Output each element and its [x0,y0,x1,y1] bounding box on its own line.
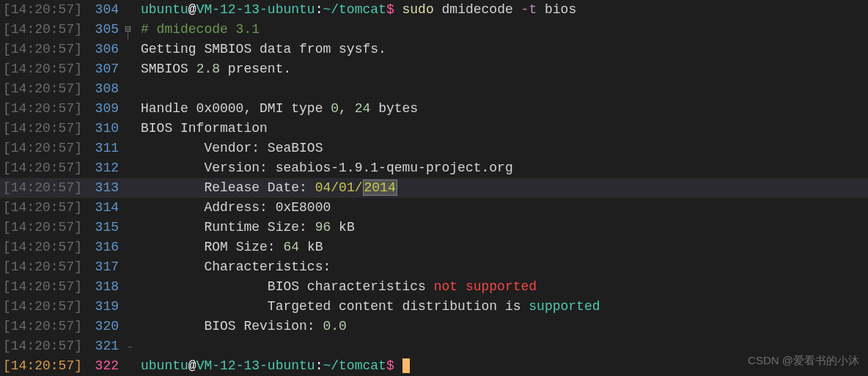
watermark-text: CSDN @爱看书的小沐 [748,350,859,370]
code-line[interactable]: [14:20:57] 319 Targeted content distribu… [0,297,868,317]
code-line[interactable]: [14:20:57] 309 Handle 0x0000, DMI type 0… [0,99,868,119]
line-content: Characteristics: [138,257,868,277]
timestamp: [14:20:57] [0,218,84,237]
timestamp: [14:20:57] [0,257,84,277]
timestamp: [14:20:57] [0,317,84,336]
line-number: 320 [84,317,125,336]
line-number: 308 [84,79,125,99]
cursor-icon [402,358,410,373]
timestamp: [14:20:57] [0,336,84,356]
code-line[interactable]: [14:20:57] 318 BIOS characteristics not … [0,277,868,297]
line-content: Targeted content distribution is support… [138,297,868,317]
code-line[interactable]: [14:20:57] 317 Characteristics: [0,257,868,277]
code-line[interactable]: [14:20:57] 305 ⊟ # dmidecode 3.1 [0,20,868,40]
line-content: Version: seabios-1.9.1-qemu-project.org [138,158,868,178]
line-number: 322 [84,356,125,376]
line-content: BIOS characteristics not supported [138,277,868,297]
timestamp: [14:20:57] [0,158,84,178]
search-match: 2014 [363,180,397,196]
code-line[interactable]: [14:20:57] 310 BIOS Information [0,119,868,139]
line-content: Vendor: SeaBIOS [138,139,868,158]
line-number: 319 [84,297,125,317]
line-number: 321 [84,336,125,356]
line-content: # dmidecode 3.1 [138,20,868,40]
line-number: 306 [84,40,125,59]
code-line[interactable]: [14:20:57] 320 BIOS Revision: 0.0 [0,317,868,336]
line-number: 307 [84,59,125,79]
line-content: BIOS Information [138,119,868,139]
line-number: 316 [84,237,125,257]
line-content: BIOS Revision: 0.0 [138,317,868,336]
timestamp: [14:20:57] [0,0,84,20]
code-line[interactable]: [14:20:57] 311 Vendor: SeaBIOS [0,139,868,158]
line-content: ROM Size: 64 kB [138,237,868,257]
timestamp: [14:20:57] [0,79,84,99]
code-line[interactable]: [14:20:57] 316 ROM Size: 64 kB [0,237,868,257]
code-line[interactable]: [14:20:57] 321 [0,336,868,356]
code-line[interactable]: [14:20:57] 312 Version: seabios-1.9.1-qe… [0,158,868,178]
timestamp: [14:20:57] [0,40,84,59]
code-line[interactable]: [14:20:57] 314 Address: 0xE8000 [0,198,868,218]
code-line[interactable]: [14:20:57] 322 ubuntu@VM-12-13-ubuntu:~/… [0,356,868,376]
line-content: Address: 0xE8000 [138,198,868,218]
line-number: 309 [84,99,125,119]
terminal-editor[interactable]: [14:20:57] 304 ubuntu@VM-12-13-ubuntu:~/… [0,0,868,376]
line-content: ubuntu@VM-12-13-ubuntu:~/tomcat$ sudo dm… [138,0,868,20]
line-number: 310 [84,119,125,139]
code-line[interactable]: [14:20:57] 304 ubuntu@VM-12-13-ubuntu:~/… [0,0,868,20]
line-content: Release Date: 04/01/2014 [138,178,868,198]
timestamp: [14:20:57] [0,178,84,198]
line-number: 305 [84,20,125,40]
line-number: 314 [84,198,125,218]
line-content: SMBIOS 2.8 present. [138,59,868,79]
timestamp: [14:20:57] [0,139,84,158]
code-line[interactable]: [14:20:57] 315 Runtime Size: 96 kB [0,218,868,237]
code-line[interactable]: [14:20:57] 307 SMBIOS 2.8 present. [0,59,868,79]
code-line[interactable]: [14:20:57] 308 [0,79,868,99]
timestamp: [14:20:57] [0,297,84,317]
line-content: Handle 0x0000, DMI type 0, 24 bytes [138,99,868,119]
fold-toggle-icon[interactable]: ⊟ [125,20,138,40]
timestamp: [14:20:57] [0,20,84,40]
timestamp: [14:20:57] [0,59,84,79]
line-number: 315 [84,218,125,237]
timestamp: [14:20:57] [0,237,84,257]
code-line-highlighted[interactable]: [14:20:57] 313 Release Date: 04/01/2014 [0,178,868,198]
line-content: Runtime Size: 96 kB [138,218,868,237]
line-number: 312 [84,158,125,178]
timestamp: [14:20:57] [0,119,84,139]
line-number: 304 [84,0,125,20]
line-content: Getting SMBIOS data from sysfs. [138,40,868,59]
timestamp: [14:20:57] [0,277,84,297]
line-number: 313 [84,178,125,198]
timestamp: [14:20:57] [0,356,84,376]
line-number: 311 [84,139,125,158]
code-line[interactable]: [14:20:57] 306 Getting SMBIOS data from … [0,40,868,59]
timestamp: [14:20:57] [0,99,84,119]
line-number: 318 [84,277,125,297]
line-number: 317 [84,257,125,277]
timestamp: [14:20:57] [0,198,84,218]
